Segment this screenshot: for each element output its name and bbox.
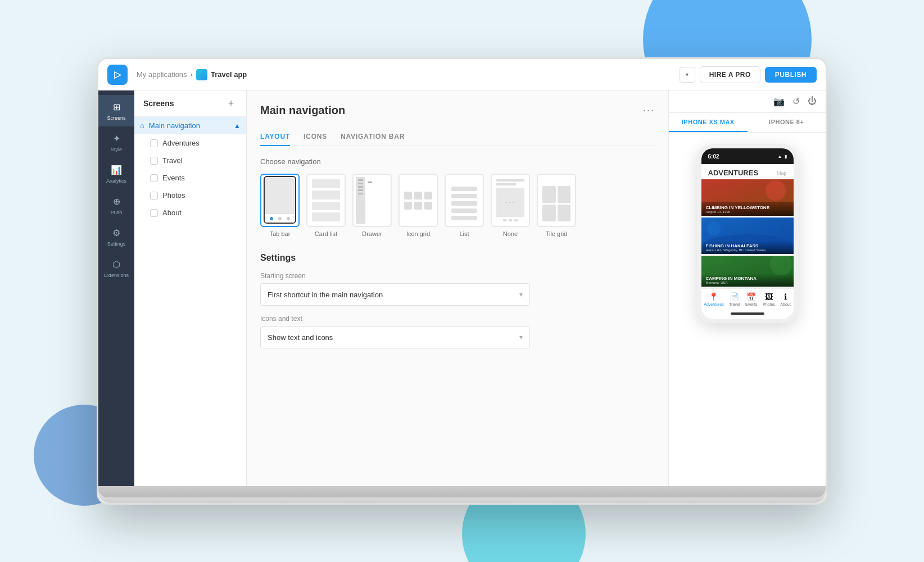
screen-item-travel-label: Travel (162, 156, 183, 165)
tile-4 (558, 205, 571, 221)
app-logo: ▷ (107, 65, 128, 85)
events-checkbox[interactable] (150, 174, 158, 182)
screen-item-travel[interactable]: Travel (134, 152, 246, 169)
drawer-preview (352, 174, 392, 227)
none-label: None (503, 230, 518, 237)
tab-navigation-bar[interactable]: NAVIGATION BAR (341, 128, 405, 146)
screens-header: Screens + (134, 90, 246, 117)
none-dot-3 (514, 219, 518, 221)
iphone-notch (728, 148, 767, 161)
more-options-button[interactable]: ··· (643, 105, 655, 116)
preview-controls: 📷 ↺ ⏻ (773, 96, 817, 107)
none-line-2 (496, 183, 516, 185)
screen-item-photos-label: Photos (162, 191, 185, 200)
sidebar-item-settings[interactable]: ⚙ Settings (98, 221, 134, 252)
tab-bar-phone (264, 176, 296, 224)
list-preview (445, 174, 484, 227)
drawer-main (365, 177, 388, 224)
sidebar-item-style[interactable]: ✦ Style (98, 126, 134, 158)
iphone-nav-about[interactable]: ℹ About (780, 292, 790, 306)
card-list-label: Card list (315, 230, 337, 237)
adventures-nav-label: Adventures (704, 302, 723, 306)
list-line-2 (451, 194, 477, 198)
phone-tab-bar (265, 214, 295, 223)
svg-point-1 (766, 180, 786, 201)
iphone-map-link[interactable]: Map (777, 170, 787, 176)
publish-button[interactable]: PUBLISH (765, 67, 817, 83)
icons-text-arrow: ▾ (519, 333, 523, 341)
tab-bar-label: Tab bar (270, 230, 291, 237)
settings-label: Settings (107, 241, 126, 247)
adventures-nav-icon: 📍 (709, 292, 718, 301)
screen-item-main-nav-label: Main navigation (149, 121, 200, 130)
sidebar-item-push[interactable]: ⊕ Push (98, 189, 134, 221)
list-line-4 (451, 209, 477, 213)
nav-option-none[interactable]: ··· None (491, 174, 530, 237)
iphone-nav-travel[interactable]: 📄 Travel (729, 292, 740, 306)
starting-screen-select[interactable]: First shortcut in the main navigation ▾ (260, 283, 530, 306)
adventures-checkbox[interactable] (150, 139, 158, 147)
drawer-line-2 (358, 183, 363, 184)
icon-grid-content (402, 177, 434, 224)
hire-a-pro-button[interactable]: HIRE A PRO (700, 66, 760, 83)
tab-layout[interactable]: LAYOUT (260, 128, 290, 146)
extensions-icon: ⬡ (110, 258, 123, 270)
card-2-title: FISHING IN HAKAI PASS (706, 243, 789, 248)
screen-item-main-nav[interactable]: ⌂ Main navigation ▲ (134, 117, 246, 134)
photos-checkbox[interactable] (150, 192, 158, 200)
iphone-nav-events[interactable]: 📅 Events (745, 292, 757, 306)
icons-text-select[interactable]: Show text and icons ▾ (260, 326, 530, 348)
screen-item-about[interactable]: About (134, 204, 246, 221)
preview-panel-header: 📷 ↺ ⏻ (669, 90, 826, 113)
screen-item-adventures[interactable]: Adventures (134, 134, 246, 152)
about-checkbox[interactable] (150, 209, 158, 217)
grid-dot-4 (404, 202, 412, 210)
icons-text-label: Icons and text (260, 315, 655, 323)
iphone-frame: 6:02 ▲ ▮ ADVENTURES Map (697, 144, 798, 323)
refresh-icon[interactable]: ↺ (792, 96, 800, 107)
add-screen-button[interactable]: + (225, 97, 237, 110)
screen-item-photos[interactable]: Photos (134, 187, 246, 204)
iphone-nav-photos[interactable]: 🖼 Photos (763, 292, 775, 306)
tab-iphone-xs-max[interactable]: IPHONE XS MAX (669, 113, 748, 132)
tab-bar-preview (260, 174, 300, 227)
camera-icon[interactable]: 📷 (773, 96, 785, 107)
nav-option-tab-bar[interactable]: Tab bar (260, 174, 300, 237)
nav-option-icon-grid[interactable]: Icon grid (398, 174, 438, 237)
nav-options: Tab bar Card list (260, 174, 655, 237)
editor-tabs: LAYOUT ICONS NAVIGATION BAR (260, 128, 655, 146)
nav-option-tile-grid[interactable]: Tile grid (537, 174, 576, 237)
sidebar-item-analytics[interactable]: 📊 Analytics (98, 158, 134, 189)
editor-header: Main navigation ··· (260, 104, 655, 117)
card-3 (312, 202, 340, 211)
iphone-bottom-nav: 📍 Adventures 📄 Travel 📅 Events (701, 288, 794, 309)
nav-option-drawer[interactable]: Drawer (352, 174, 392, 237)
iphone-container: 6:02 ▲ ▮ ADVENTURES Map (669, 133, 826, 486)
tile-grid-preview (537, 174, 576, 227)
tab-dot-1 (270, 217, 273, 220)
iphone-nav-adventures[interactable]: 📍 Adventures (704, 292, 723, 306)
main-content: ⊞ Screens ✦ Style 📊 Analytics ⊕ Push ⚙ (98, 90, 826, 486)
nav-option-card-list[interactable]: Card list (306, 174, 346, 237)
left-nav: ⊞ Screens ✦ Style 📊 Analytics ⊕ Push ⚙ (98, 90, 134, 486)
power-icon[interactable]: ⏻ (808, 96, 817, 107)
battery-icon: ▮ (785, 154, 787, 159)
travel-checkbox[interactable] (150, 157, 158, 165)
breadcrumb-my-apps[interactable]: My applications (137, 70, 187, 79)
card-1-sub: August 13, 1936 (706, 210, 789, 214)
tile-3 (542, 205, 556, 221)
card-1-title: CLIMBING IN YELLOWSTONE (706, 205, 789, 210)
sidebar-item-screens[interactable]: ⊞ Screens (98, 95, 134, 126)
dropdown-arrow[interactable]: ▾ (680, 67, 695, 83)
card-1 (312, 179, 340, 188)
tab-iphone-8-plus[interactable]: IPHONE 8+ (748, 113, 826, 132)
card-3-sub: Montana, USA (706, 281, 789, 284)
sidebar-item-extensions[interactable]: ⬡ Extensions (98, 252, 134, 284)
screen-item-events[interactable]: Events (134, 169, 246, 187)
grid-dot-6 (424, 202, 432, 210)
card-4 (312, 212, 340, 221)
grid-dot-3 (424, 192, 432, 200)
nav-option-list[interactable]: List (445, 174, 484, 237)
phone-screen (265, 177, 295, 214)
tab-icons[interactable]: ICONS (304, 128, 327, 146)
